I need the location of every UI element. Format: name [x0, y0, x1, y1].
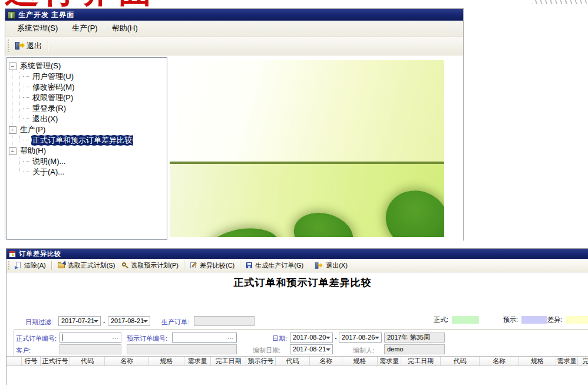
toolbar-button-3[interactable]: 差异比较(C)	[187, 261, 237, 271]
compare-window-titlebar: 订单差异比较	[6, 249, 588, 259]
app-icon	[8, 11, 15, 19]
grid-app-icon	[9, 251, 16, 258]
main-window-title: 生产开发 主界面	[18, 10, 74, 20]
tree-node-label: 权限管理(P)	[31, 93, 74, 103]
compare-toolbar: 清除(A)选取正式计划(S)选取预示计划(P)差异比较(C)生成生产订单(G)退…	[6, 259, 588, 272]
grid-column-header[interactable]: 代码	[441, 357, 480, 366]
exit-button[interactable]: 退出	[11, 40, 45, 52]
save-disk-icon	[246, 262, 253, 269]
date-from-combo[interactable]: 2017-07-21	[58, 316, 101, 326]
tree-collapse-icon[interactable]: −	[9, 62, 16, 70]
grid-column-header[interactable]: 完工日期	[578, 357, 588, 366]
grid-column-header[interactable]: 代码	[70, 357, 105, 366]
compare-window-title: 订单差异比较	[19, 249, 61, 258]
main-window-titlebar: 生产开发 主界面	[5, 9, 463, 21]
tree-node[interactable]: 正式订单和预示订单差异比较	[7, 135, 167, 146]
grid-column-header[interactable]: 规格	[519, 357, 556, 366]
forecast-order-no-input[interactable]: …	[172, 333, 237, 343]
main-content: −系统管理(S)用户管理(U)修改密码(M)权限管理(P)重登录(R)退出(X)…	[5, 55, 463, 242]
date-filter-label: 日期过滤:	[25, 318, 53, 327]
menu-item-system[interactable]: 系统管理(S)	[10, 21, 65, 35]
grid-column-header[interactable]: 完工日期	[211, 357, 246, 366]
grid-column-header[interactable]: 规格	[149, 357, 184, 366]
tree-node[interactable]: 用户管理(U)	[7, 71, 167, 82]
toolbar-button-5[interactable]: 退出(X)	[312, 261, 351, 271]
tree-collapse-icon[interactable]: −	[9, 147, 16, 155]
grid-column-header[interactable]: 名称	[310, 357, 342, 366]
tree-node[interactable]: 关于(A)...	[7, 167, 167, 177]
grid-column-header[interactable]: 规格	[342, 357, 378, 366]
grid-column-header[interactable]: 需求量	[378, 357, 401, 366]
date2-from-combo[interactable]: 2017-08-20	[290, 333, 333, 343]
tree-guide-line	[19, 136, 19, 142]
chevron-down-icon	[326, 337, 331, 339]
grid-column-header[interactable]	[6, 357, 22, 366]
production-order-field	[194, 316, 255, 326]
toolbar-button-label: 选取预示计划(P)	[131, 261, 179, 270]
tree-node[interactable]: 退出(X)	[7, 114, 167, 124]
toolbar-button-4[interactable]: 生成生产订单(G)	[243, 261, 306, 271]
browse-button[interactable]: …	[112, 333, 119, 341]
toolbar-button-label: 清除(A)	[24, 261, 46, 270]
toolbar-button-label: 差异比较(C)	[200, 261, 234, 270]
exit-door-icon	[315, 262, 322, 269]
grid-column-header[interactable]: 需求量	[184, 357, 211, 366]
tree-connector	[23, 119, 29, 120]
tree-connector	[23, 172, 29, 173]
tree-connector	[23, 108, 29, 109]
chevron-down-icon	[94, 320, 98, 323]
toolbar-separator	[240, 261, 240, 269]
compare-window: 订单差异比较 清除(A)选取正式计划(S)选取预示计划(P)差异比较(C)生成生…	[6, 248, 588, 385]
tree-guide-line	[19, 72, 19, 121]
tree-node[interactable]: 权限管理(P)	[7, 93, 167, 103]
tree-connector	[23, 87, 29, 88]
tree-node[interactable]: −生产(P)	[7, 124, 167, 135]
tree-node[interactable]: 说明(M)...	[7, 156, 167, 167]
photo-gradient-top	[170, 60, 444, 162]
date2-to-combo[interactable]: 2017-08-26	[339, 333, 382, 343]
legend-item: 差异:	[547, 315, 588, 324]
grid-column-header[interactable]: 名称	[105, 357, 149, 366]
legend-swatch	[521, 316, 547, 324]
tree-node[interactable]: 重登录(R)	[7, 103, 167, 114]
forecast-order-no-label: 预示订单编号:	[127, 334, 167, 343]
grid-column-header[interactable]: 代码	[276, 357, 310, 366]
formal-order-no-input[interactable]: …	[60, 333, 121, 343]
customer-label: 客户:	[16, 346, 31, 355]
grid-header: 行号正式行号代码名称规格需求量完工日期预示行号代码名称规格需求量完工日期代码名称…	[6, 356, 588, 366]
toolbar-button-2[interactable]: 选取预示计划(P)	[118, 261, 181, 271]
grid-column-header[interactable]: 需求量	[556, 357, 578, 366]
chevron-down-icon	[326, 348, 331, 351]
grid-column-header[interactable]: 预示行号	[246, 357, 276, 366]
text-caret	[62, 334, 62, 341]
tree-connector	[23, 140, 29, 141]
formal-order-no-label: 正式订单编号:	[16, 334, 57, 343]
grid-column-header[interactable]: 正式行号	[41, 357, 70, 366]
production-order-label: 生产订单:	[161, 318, 189, 327]
tree-node[interactable]: −帮助(H)	[7, 146, 167, 156]
tree-node-label: 重登录(R)	[31, 103, 67, 114]
toolbar-button-1[interactable]: 选取正式计划(S)	[54, 261, 118, 271]
tree-node-label: 说明(M)...	[31, 156, 67, 167]
tree-node[interactable]: 修改密码(M)	[7, 82, 167, 93]
tree-node[interactable]: −系统管理(S)	[7, 61, 167, 71]
toolbar-button-0[interactable]: 清除(A)	[12, 261, 49, 271]
menu-item-help[interactable]: 帮助(H)	[105, 21, 145, 35]
browse-button[interactable]: …	[227, 333, 234, 341]
grid-column-header[interactable]: 完工日期	[401, 357, 441, 366]
exit-door-icon	[15, 41, 24, 50]
tree-collapse-icon[interactable]: −	[9, 126, 16, 134]
prepared-date-label: 编制日期:	[253, 346, 280, 355]
menu-item-production[interactable]: 生产(P)	[65, 21, 104, 35]
date-to-combo[interactable]: 2017-08-21	[108, 316, 150, 326]
tree-node-label: 关于(A)...	[31, 167, 65, 177]
legend-item: 预示:	[503, 315, 547, 324]
tree-node-label: 修改密码(M)	[31, 82, 76, 93]
grid-column-header[interactable]: 名称	[480, 357, 519, 366]
date-range-dash: -	[103, 318, 105, 325]
background-photo	[170, 60, 444, 237]
prepared-date-combo[interactable]: 2017-08-21	[290, 344, 333, 354]
legend-swatch	[452, 316, 479, 324]
grid-column-header[interactable]: 行号	[22, 357, 41, 366]
toolbar-button-label: 选取正式计划(S)	[68, 261, 115, 270]
